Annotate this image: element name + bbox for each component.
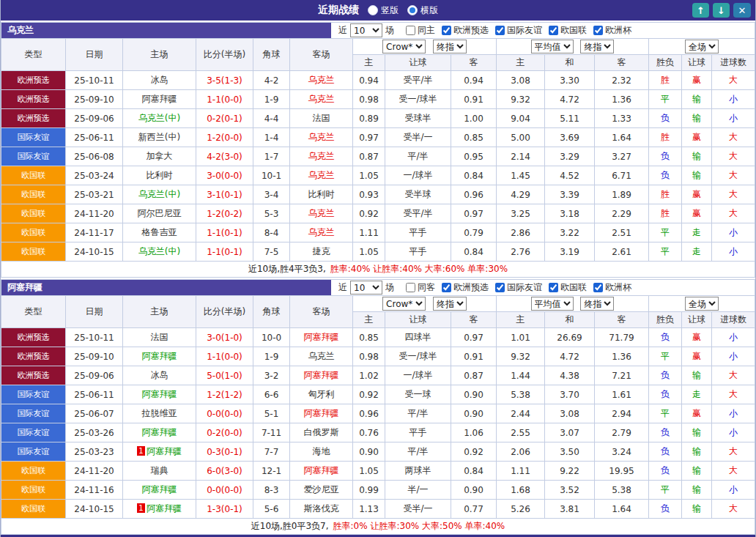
wdl-cell: 负 [649, 442, 682, 462]
league-filter-euro-cup[interactable]: 欧洲杯 [593, 281, 631, 294]
asian-handicap-cell: 受半球 [385, 185, 451, 204]
recent-count-select[interactable]: 10 [350, 281, 382, 295]
home-team-name: 瑞典 [151, 465, 168, 475]
asian-home-odds-cell: 1.05 [353, 166, 385, 185]
score-cell: 1-2(0-0) [196, 128, 253, 147]
league-checkbox[interactable] [442, 26, 451, 35]
team-section: 乌克兰 近 10 场 同主 欧洲预选 国际友谊 [1, 22, 755, 278]
league-checkbox[interactable] [495, 26, 505, 35]
handicap-result-cell: 输 [682, 500, 712, 519]
move-up-button[interactable]: ↑ [692, 3, 709, 18]
col-header-goals: 进球数 [712, 312, 755, 328]
euro-stage-select[interactable]: 终指 [580, 297, 614, 311]
col-header-euro-home: 主 [497, 312, 545, 328]
league-checkbox[interactable] [442, 283, 451, 292]
league-filter-nations-league[interactable]: 欧国联 [549, 24, 587, 37]
away-team-name: 乌克兰 [308, 227, 335, 237]
same-venue-checkbox[interactable] [406, 283, 415, 292]
handicap-result-cell: 输 [682, 166, 712, 185]
league-cell: 欧洲预选 [1, 366, 66, 385]
league-checkbox[interactable] [549, 26, 558, 35]
euro-home-odds-cell: 9.32 [497, 347, 545, 366]
asian-stage-select[interactable]: 终指 [433, 297, 467, 311]
goals-result-cell: 小 [712, 109, 755, 128]
league-checkbox[interactable] [593, 283, 603, 292]
same-venue-filter[interactable]: 同主 [406, 24, 435, 37]
euro-average-select[interactable]: 平均值 [531, 297, 574, 311]
league-cell: 欧洲预选 [1, 90, 66, 109]
handicap-result-cell: 输 [682, 462, 712, 481]
col-header-asian-home: 主 [353, 312, 385, 328]
euro-home-odds-cell: 1.11 [497, 462, 545, 481]
league-checkbox[interactable] [495, 283, 505, 292]
match-row: 欧国联24-11-20阿尔巴尼亚1-2(0-2)5-3乌克兰0.92受平/半0.… [1, 204, 755, 223]
match-row: 欧国联24-11-17格鲁吉亚1-1(0-1)8-4乌克兰1.11平手0.792… [1, 223, 755, 242]
asian-home-odds-cell: 0.98 [353, 90, 385, 109]
corners-cell: 8-3 [253, 481, 290, 500]
euro-draw-odds-cell: 3.52 [545, 481, 595, 500]
score-cell: 1-1(0-1) [196, 223, 253, 242]
asian-home-odds-cell: 1.13 [353, 500, 385, 519]
euro-away-odds-cell: 1.33 [595, 109, 649, 128]
league-filter-label: 欧国联 [560, 281, 587, 294]
euro-draw-odds-cell: 4.52 [545, 166, 595, 185]
league-checkbox[interactable] [593, 26, 603, 35]
away-team-name: 阿塞拜疆 [304, 332, 339, 342]
scope-select[interactable]: 全场 [685, 40, 719, 53]
scope-select[interactable]: 全场 [685, 297, 719, 311]
handicap-result-cell: 赢 [682, 404, 712, 423]
layout-vertical-option[interactable]: 竖版 [368, 4, 399, 17]
league-filter-euro-qualifier[interactable]: 欧洲预选 [442, 281, 489, 294]
date-cell: 25-03-26 [66, 423, 123, 442]
layout-horizontal-option[interactable]: 横版 [407, 4, 438, 17]
same-venue-checkbox[interactable] [406, 26, 415, 35]
col-header-goals: 进球数 [712, 55, 755, 71]
close-button[interactable]: ✕ [733, 3, 751, 18]
euro-home-odds-cell: 2.14 [497, 147, 545, 166]
move-down-button[interactable]: ↓ [713, 3, 730, 18]
corners-cell: 7-11 [253, 423, 290, 442]
bookmaker-select[interactable]: Crow* [382, 297, 426, 311]
home-team-name: 乌克兰(中) [138, 189, 180, 199]
goals-result-cell: 小 [712, 242, 755, 262]
league-filter-euro-qualifier[interactable]: 欧洲预选 [442, 24, 489, 37]
euro-stage-select[interactable]: 终指 [580, 40, 614, 53]
away-team-name: 阿塞拜疆 [304, 465, 339, 475]
goals-result-cell: 大 [712, 442, 755, 462]
league-filter-friendly[interactable]: 国际友谊 [495, 281, 542, 294]
away-team-name: 捷克 [313, 246, 330, 256]
league-checkbox[interactable] [549, 283, 558, 292]
corners-cell: 1-4 [253, 128, 290, 147]
corners-cell: 1-9 [253, 90, 290, 109]
asian-home-odds-cell: 1.11 [353, 223, 385, 242]
euro-home-odds-cell: 3.25 [497, 204, 545, 223]
col-header-handicap-result: 让球 [682, 312, 712, 328]
away-team-name: 白俄罗斯 [304, 427, 339, 437]
league-filter-euro-cup[interactable]: 欧洲杯 [593, 24, 631, 37]
col-header-euro-home: 主 [497, 55, 545, 71]
radio-selected-icon[interactable] [407, 5, 418, 15]
recent-count-select[interactable]: 10 [350, 23, 382, 37]
league-filter-label: 国际友谊 [507, 281, 542, 294]
radio-unselected-icon[interactable] [368, 5, 378, 15]
summary-record: 近10场,胜0平3负7, [251, 520, 329, 533]
league-cell: 欧国联 [1, 166, 66, 185]
title-group: 近期战绩 竖版 横版 [318, 4, 438, 17]
sections-container: 乌克兰 近 10 场 同主 欧洲预选 国际友谊 [1, 21, 755, 535]
asian-home-odds-cell: 0.94 [353, 71, 385, 90]
wdl-cell: 平 [649, 481, 682, 500]
asian-handicap-cell: 受一球 [385, 385, 451, 404]
euro-average-select[interactable]: 平均值 [531, 40, 574, 53]
bookmaker-select[interactable]: Crow* [382, 40, 426, 53]
league-filter-nations-league[interactable]: 欧国联 [549, 281, 587, 294]
asian-away-odds-cell: 0.84 [451, 462, 497, 481]
same-venue-filter[interactable]: 同客 [406, 281, 435, 294]
score-cell: 1-1(0-0) [196, 90, 253, 109]
asian-away-odds-cell: 0.91 [451, 90, 497, 109]
league-filter-friendly[interactable]: 国际友谊 [495, 24, 542, 37]
col-header-away: 客场 [290, 39, 353, 71]
handicap-result-cell: 赢 [682, 128, 712, 147]
asian-stage-select[interactable]: 终指 [433, 40, 467, 53]
filter-bar: 近 10 场 同主 欧洲预选 国际友谊 欧国联 [331, 23, 755, 38]
wdl-cell: 胜 [649, 71, 682, 90]
